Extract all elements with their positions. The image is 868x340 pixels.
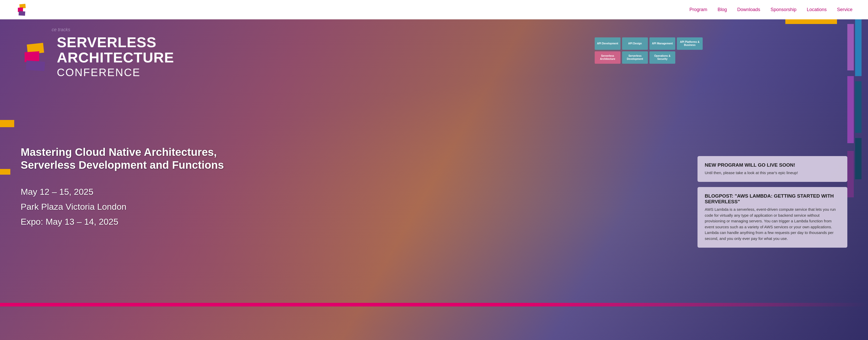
nav-program[interactable]: Program (689, 7, 707, 12)
conference-logo-area: SERVERLESS ARCHITECTURE CONFERENCE (21, 35, 847, 79)
main-nav: Program Blog Downloads Sponsorship Locat… (689, 7, 852, 12)
svg-marker-5 (26, 60, 45, 71)
blogpost-card-title: BLOGPOST: "AWS LAMBDA: GETTING STARTED W… (705, 193, 840, 205)
hero-content: SERVERLESS ARCHITECTURE CONFERENCE ce tr… (0, 19, 868, 340)
api-box-design: API Design (622, 37, 648, 50)
hero-tagline-line1: Mastering Cloud Native Architectures, (21, 146, 682, 159)
deco-orange-top-bar (785, 19, 837, 24)
hero-left-column: Mastering Cloud Native Architectures, Se… (21, 94, 682, 250)
deco-orange-left-1 (0, 120, 14, 127)
nav-blog[interactable]: Blog (718, 7, 727, 12)
api-box-development: API Development (595, 37, 621, 50)
hero-tagline-line2: Serverless Development and Functions (21, 159, 682, 172)
hero-main-content: Mastering Cloud Native Architectures, Se… (21, 94, 847, 325)
hero-tagline: Mastering Cloud Native Architectures, Se… (21, 146, 682, 172)
hero-section: API Development API Design API Managemen… (0, 19, 868, 340)
conference-title-block: SERVERLESS ARCHITECTURE CONFERENCE (57, 35, 174, 79)
blogpost-card: BLOGPOST: "AWS LAMBDA: GETTING STARTED W… (698, 187, 847, 248)
nav-locations[interactable]: Locations (807, 7, 827, 12)
api-box-serverless-dev: Serverless Development (622, 51, 648, 64)
deco-bar-purple-3 (847, 151, 854, 197)
blogpost-card-text: AWS Lambda is a serverless, event-driven… (705, 207, 840, 241)
deco-bar-purple-2 (847, 76, 854, 143)
deco-bar-purple-1 (847, 24, 854, 70)
api-box-platforms: API Platforms & Business (677, 37, 703, 50)
api-box-architecture: Serverless Architecture (595, 51, 621, 64)
new-program-card: NEW PROGRAM WILL GO LIVE SOON! Until the… (698, 156, 847, 182)
hero-date-line3: Expo: May 13 – 14, 2025 (21, 214, 682, 229)
nav-sponsorship[interactable]: Sponsorship (771, 7, 797, 12)
deco-bar-blue-3 (855, 138, 862, 179)
deco-pink-bottom-bar (0, 303, 868, 306)
deco-orange-left-2 (0, 169, 10, 175)
site-logo[interactable] (16, 4, 28, 16)
conf-title-line2: ARCHITECTURE (57, 50, 174, 65)
tracks-label: ce tracks (52, 27, 70, 33)
new-program-card-text: Until then, please take a look at this y… (705, 170, 840, 176)
hero-date-line1: May 12 – 15, 2025 (21, 184, 682, 199)
conf-title-line3: CONFERENCE (57, 66, 174, 79)
deco-right-bars (846, 19, 868, 340)
conf-title-line1: SERVERLESS (57, 35, 174, 50)
hero-right-column: NEW PROGRAM WILL GO LIVE SOON! Until the… (698, 94, 847, 248)
site-header: Program Blog Downloads Sponsorship Locat… (0, 0, 868, 19)
new-program-card-title: NEW PROGRAM WILL GO LIVE SOON! (705, 162, 840, 168)
nav-downloads[interactable]: Downloads (737, 7, 760, 12)
svg-marker-2 (19, 11, 25, 16)
hero-dates: May 12 – 15, 2025 Park Plaza Victoria Lo… (21, 184, 682, 229)
deco-bar-blue-1 (855, 19, 862, 76)
api-box-management: API Management (649, 37, 675, 50)
svg-marker-4 (25, 51, 39, 62)
conference-logo-icon (21, 42, 49, 71)
deco-bar-blue-2 (855, 81, 862, 133)
api-topic-boxes: API Development API Design API Managemen… (595, 37, 703, 64)
api-box-operations: Operations & Security (649, 51, 675, 64)
nav-service[interactable]: Service (837, 7, 852, 12)
hero-date-line2: Park Plaza Victoria London (21, 199, 682, 214)
